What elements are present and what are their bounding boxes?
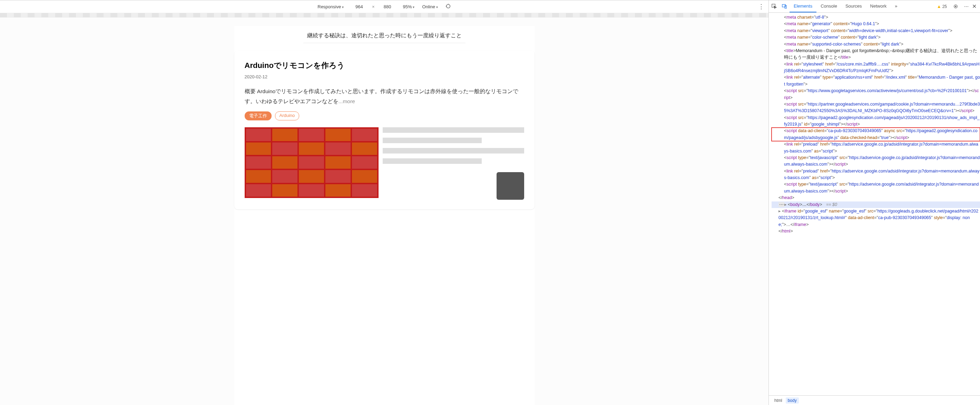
article-title[interactable]: Arduinoでリモコンを作ろう — [245, 60, 524, 71]
simulated-viewport: 継続する秘訣は、途切れたと思った時にもう一度繰り返すこと Arduinoでリモコ… — [0, 17, 768, 405]
tag-list: 電子工作 Arduino — [245, 111, 524, 121]
page-content: 継続する秘訣は、途切れたと思った時にもう一度繰り返すこと Arduinoでリモコ… — [234, 26, 535, 405]
dom-line[interactable]: <meta name="viewport" content="width=dev… — [772, 28, 980, 34]
inspect-element-icon[interactable] — [769, 4, 779, 9]
crumb-html[interactable]: html — [772, 397, 784, 403]
read-more-link[interactable]: ...more — [339, 98, 355, 104]
tab-sources[interactable]: Sources — [841, 0, 866, 13]
dom-line[interactable]: ▸<iframe id="google_esf" name="google_es… — [772, 208, 980, 228]
warnings-badge[interactable]: ▲25 — [937, 4, 947, 9]
dom-line[interactable]: <meta name="color-scheme" content="light… — [772, 34, 980, 41]
article-date: 2020-02-12 — [245, 74, 524, 79]
devtools-menu-icon[interactable]: ⋯ — [964, 4, 969, 9]
height-input[interactable] — [380, 4, 395, 9]
close-devtools-icon[interactable]: ✕ — [972, 3, 977, 10]
device-toolbar: Responsive × 95% Online ⋮ — [0, 0, 768, 13]
devtools-tabs: Elements Console Sources Network » — [789, 0, 902, 13]
app-root: Responsive × 95% Online ⋮ 継続する秘訣は、途切れたと思… — [0, 0, 980, 405]
dom-line[interactable]: <script src="https://www.googletagservic… — [772, 87, 980, 101]
zoom-dropdown[interactable]: 95% — [403, 4, 415, 9]
dom-line[interactable]: <script type="text/javascript" src="http… — [772, 181, 980, 195]
dom-line[interactable]: <meta name="generator" content="Hugo 0.6… — [772, 21, 980, 27]
ruler — [0, 13, 768, 17]
article-card: Arduinoでリモコンを作ろう 2020-02-12 概要 Arduinoでリ… — [234, 51, 535, 210]
crumb-body[interactable]: body — [786, 397, 799, 403]
dom-line[interactable]: <script src="https://partner.googleadser… — [772, 101, 980, 114]
dom-line[interactable]: ⋯▸<body>…</body> == $0 — [772, 202, 980, 208]
rotate-icon[interactable] — [445, 3, 451, 10]
dom-line[interactable]: <link rel="alternate" type="application/… — [772, 74, 980, 87]
dom-line[interactable]: <meta name="supported-color-schemes" con… — [772, 41, 980, 48]
dom-line[interactable]: <meta charset="utf-8"> — [772, 14, 980, 21]
ad-image-placeholder — [245, 127, 379, 198]
tab-overflow-icon[interactable]: » — [891, 0, 901, 13]
throttling-dropdown[interactable]: Online — [422, 4, 438, 9]
ad-text-placeholder — [383, 127, 524, 200]
divider — [303, 43, 466, 43]
svg-point-5 — [955, 6, 956, 7]
dimensions: × — [351, 4, 395, 9]
dom-line[interactable]: <link rel="preload" href="https://adserv… — [772, 168, 980, 181]
dom-line[interactable]: <script src="https://pagead2.googlesyndi… — [772, 114, 980, 128]
tab-elements[interactable]: Elements — [789, 0, 816, 13]
devtools-pane: Elements Console Sources Network » ▲25 ⋯… — [769, 0, 980, 405]
dom-line[interactable]: <link rel="stylesheet" href="/css/core.m… — [772, 61, 980, 75]
tab-console[interactable]: Console — [816, 0, 841, 13]
settings-icon[interactable] — [950, 4, 961, 9]
viewport-pane: Responsive × 95% Online ⋮ 継続する秘訣は、途切れたと思… — [0, 0, 769, 405]
elements-tree[interactable]: <meta charset="utf-8"><meta name="genera… — [769, 13, 980, 395]
device-toggle-icon[interactable] — [779, 4, 789, 9]
breadcrumbs: html body — [769, 395, 980, 405]
tab-network[interactable]: Network — [866, 0, 891, 13]
dom-line[interactable]: <link rel="preload" href="https://adserv… — [772, 141, 980, 154]
dom-line[interactable]: <script data-ad-client="ca-pub-923030704… — [772, 128, 980, 141]
device-mode-dropdown[interactable]: Responsive — [317, 4, 344, 9]
dom-line[interactable]: </head> — [772, 195, 980, 201]
page-subtitle: 継続する秘訣は、途切れたと思った時にもう一度繰り返すこと — [234, 26, 535, 43]
tag-denshikousaku[interactable]: 電子工作 — [245, 111, 272, 121]
width-input[interactable] — [351, 4, 367, 9]
article-excerpt: 概要 Arduinoでリモコンを作成してみたいと思います。作成するリモコンは赤外… — [245, 86, 524, 106]
tag-arduino[interactable]: Arduino — [275, 111, 299, 121]
dom-line[interactable]: </html> — [772, 228, 980, 235]
times-icon: × — [372, 4, 375, 9]
dom-line[interactable]: <script type="text/javascript" src="http… — [772, 154, 980, 168]
devtools-toolbar: Elements Console Sources Network » ▲25 ⋯… — [769, 0, 980, 13]
ad-placeholder — [245, 127, 524, 200]
more-options-icon[interactable]: ⋮ — [758, 3, 764, 10]
svg-point-0 — [446, 4, 450, 8]
dom-line[interactable]: <title>Memorandum - Danger past, got for… — [772, 48, 980, 61]
